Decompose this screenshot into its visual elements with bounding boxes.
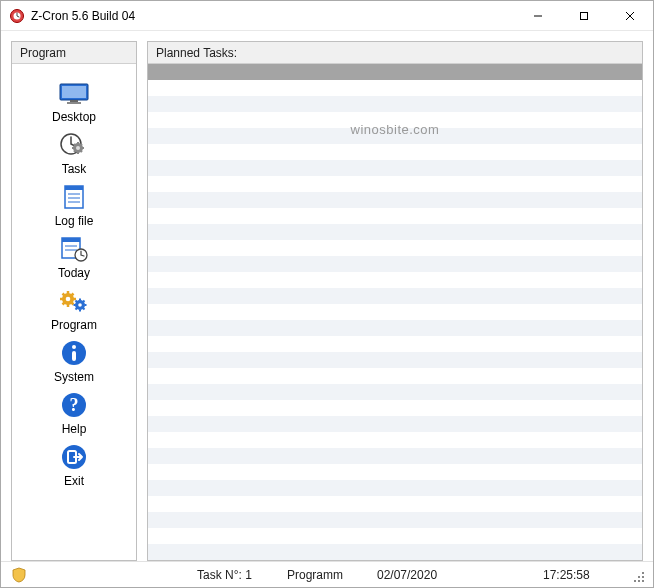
- close-button[interactable]: [607, 1, 653, 30]
- svg-rect-24: [62, 238, 80, 242]
- svg-line-44: [76, 301, 78, 303]
- sidebar-item-exit[interactable]: Exit: [12, 442, 136, 488]
- sidebar-header: Program: [12, 42, 136, 64]
- list-rows: [148, 80, 642, 560]
- list-row[interactable]: [148, 512, 642, 528]
- sidebar-item-label: Log file: [55, 214, 94, 228]
- sidebar-item-task[interactable]: Task: [12, 130, 136, 176]
- window-controls: [515, 1, 653, 30]
- svg-line-36: [63, 303, 65, 305]
- sidebar-item-label: Today: [58, 266, 90, 280]
- svg-point-49: [72, 345, 76, 349]
- svg-line-17: [81, 144, 82, 145]
- svg-line-16: [74, 151, 75, 152]
- svg-point-9: [76, 146, 80, 150]
- gears-icon: [56, 286, 92, 316]
- sidebar-item-system[interactable]: System: [12, 338, 136, 384]
- sidebar-item-label: Task: [62, 162, 87, 176]
- status-task-no: Task N°: 1: [197, 568, 277, 582]
- sidebar-item-label: Program: [51, 318, 97, 332]
- sidebar-item-label: Help: [62, 422, 87, 436]
- list-row[interactable]: [148, 400, 642, 416]
- list-row[interactable]: [148, 416, 642, 432]
- list-row[interactable]: [148, 128, 642, 144]
- list-row[interactable]: [148, 224, 642, 240]
- list-row[interactable]: [148, 304, 642, 320]
- app-window: Z-Cron 5.6 Build 04 Program: [0, 0, 654, 588]
- logfile-icon: [56, 182, 92, 212]
- list-row[interactable]: [148, 368, 642, 384]
- list-row[interactable]: [148, 432, 642, 448]
- minimize-button[interactable]: [515, 1, 561, 30]
- list-row[interactable]: [148, 176, 642, 192]
- list-row[interactable]: [148, 288, 642, 304]
- maximize-button[interactable]: [561, 1, 607, 30]
- svg-line-46: [76, 308, 78, 310]
- list-row[interactable]: [148, 272, 642, 288]
- sidebar-item-label: Exit: [64, 474, 84, 488]
- list-row[interactable]: [148, 320, 642, 336]
- sidebar-item-today[interactable]: Today: [12, 234, 136, 280]
- sidebar-item-label: Desktop: [52, 110, 96, 124]
- list-row[interactable]: [148, 352, 642, 368]
- svg-rect-2: [581, 12, 588, 19]
- sidebar-item-logfile[interactable]: Log file: [12, 182, 136, 228]
- svg-line-37: [72, 294, 74, 296]
- list-row[interactable]: [148, 336, 642, 352]
- svg-text:?: ?: [70, 395, 79, 415]
- list-row[interactable]: [148, 96, 642, 112]
- sidebar-item-desktop[interactable]: Desktop: [12, 78, 136, 124]
- svg-line-35: [72, 303, 74, 305]
- info-icon: [56, 338, 92, 368]
- list-row[interactable]: [148, 112, 642, 128]
- today-icon: [56, 234, 92, 264]
- list-row[interactable]: [148, 160, 642, 176]
- status-program: Programm: [287, 568, 367, 582]
- sidebar-body: Desktop: [12, 64, 136, 560]
- svg-point-29: [66, 297, 71, 302]
- main-panel: Planned Tasks: winosbite.com: [147, 41, 643, 561]
- list-row[interactable]: [148, 192, 642, 208]
- svg-rect-5: [70, 100, 78, 102]
- resize-grip[interactable]: [633, 571, 647, 585]
- window-title: Z-Cron 5.6 Build 04: [31, 9, 135, 23]
- list-header-row: [148, 64, 642, 80]
- sidebar-panel: Program Desktop: [11, 41, 137, 561]
- svg-rect-19: [65, 186, 83, 190]
- list-row[interactable]: [148, 464, 642, 480]
- app-icon: [9, 8, 25, 24]
- svg-line-15: [81, 151, 82, 152]
- title-bar: Z-Cron 5.6 Build 04: [1, 1, 653, 31]
- sidebar-item-program[interactable]: Program: [12, 286, 136, 332]
- exit-icon: [56, 442, 92, 472]
- list-row[interactable]: [148, 496, 642, 512]
- svg-line-45: [83, 308, 85, 310]
- status-bar: Task N°: 1 Programm 02/07/2020 17:25:58: [1, 561, 653, 587]
- sidebar-item-help[interactable]: ? Help: [12, 390, 136, 436]
- list-row[interactable]: [148, 384, 642, 400]
- shield-icon: [11, 567, 27, 583]
- svg-rect-50: [72, 351, 76, 361]
- svg-line-34: [63, 294, 65, 296]
- list-row[interactable]: [148, 528, 642, 544]
- desktop-icon: [56, 78, 92, 108]
- list-row[interactable]: [148, 448, 642, 464]
- task-list[interactable]: winosbite.com: [148, 64, 642, 560]
- list-row[interactable]: [148, 208, 642, 224]
- status-date: 02/07/2020: [377, 568, 477, 582]
- svg-line-47: [83, 301, 85, 303]
- list-row[interactable]: [148, 480, 642, 496]
- list-row[interactable]: [148, 256, 642, 272]
- svg-point-39: [78, 303, 82, 307]
- main-header: Planned Tasks:: [148, 42, 642, 64]
- svg-rect-4: [62, 86, 86, 98]
- list-row[interactable]: [148, 80, 642, 96]
- status-time: 17:25:58: [543, 568, 623, 582]
- content-area: Program Desktop: [1, 31, 653, 561]
- list-row[interactable]: [148, 240, 642, 256]
- sidebar-item-label: System: [54, 370, 94, 384]
- help-icon: ?: [56, 390, 92, 420]
- list-row[interactable]: [148, 544, 642, 560]
- list-row[interactable]: [148, 144, 642, 160]
- svg-line-14: [74, 144, 75, 145]
